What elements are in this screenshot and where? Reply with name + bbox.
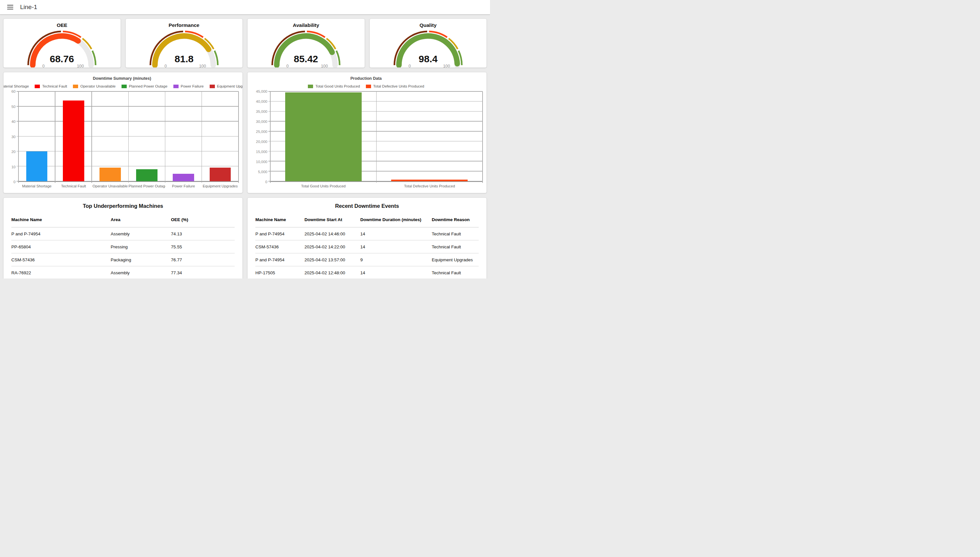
gauge-max-label: 100 bbox=[443, 64, 450, 68]
gauge-chart: 81.80100 bbox=[126, 29, 243, 68]
y-tick-label: 35,000 bbox=[256, 109, 267, 114]
table-header-row: Machine NameDowntime Start AtDowntime Du… bbox=[255, 212, 479, 227]
gauge-value: 85.42 bbox=[294, 54, 318, 64]
legend-item-power-failure[interactable]: Power Failure bbox=[173, 84, 204, 88]
bar-total-good-units-produced[interactable] bbox=[285, 93, 362, 181]
table-row: HP-175052025-04-02 12:48:0014Technical F… bbox=[255, 266, 479, 278]
table-cell: CSM-57436 bbox=[255, 240, 305, 253]
legend-label: Power Failure bbox=[181, 84, 204, 88]
table-card-recent-downtime-events: Recent Downtime Events Machine NameDownt… bbox=[247, 197, 487, 278]
table-row: P and P-74954Assembly74.13 bbox=[11, 227, 235, 240]
column-header-downtime-start-at: Downtime Start At bbox=[305, 212, 360, 227]
legend-label: Material Shortage bbox=[3, 84, 29, 88]
bar-chart: 05,00010,00015,00020,00025,00030,00035,0… bbox=[250, 91, 483, 182]
table-cell: P and P-74954 bbox=[11, 227, 111, 240]
chart-legend: Material ShortageTechnical FaultOperator… bbox=[5, 84, 239, 88]
table-cell: 14 bbox=[360, 240, 432, 253]
legend-item-total-good-units-produced[interactable]: Total Good Units Produced bbox=[308, 84, 360, 88]
gauge-chart: 85.420100 bbox=[248, 29, 364, 68]
bar-technical-fault[interactable] bbox=[63, 101, 84, 181]
underperforming-machines-table: Machine NameAreaOEE (%)P and P-74954Asse… bbox=[11, 212, 235, 278]
table-cell: PP-65804 bbox=[11, 240, 111, 253]
gridline bbox=[18, 91, 19, 183]
gauge-card-oee: OEE 68.760100 bbox=[3, 18, 121, 68]
gridline bbox=[16, 106, 239, 107]
gauge-min-label: 0 bbox=[164, 64, 167, 68]
y-tick-label: 15,000 bbox=[256, 150, 267, 154]
chart-title: Production Data bbox=[250, 76, 483, 81]
chart-title: Downtime Summary (minutes) bbox=[5, 76, 239, 81]
table-cell: Technical Fault bbox=[432, 240, 479, 253]
table-cell: 14 bbox=[360, 227, 432, 240]
column-header-oee: OEE (%) bbox=[171, 212, 235, 227]
bar-equipment-upgrades[interactable] bbox=[210, 168, 231, 181]
table-cell: 9 bbox=[360, 253, 432, 266]
gauge-min-label: 0 bbox=[408, 64, 411, 68]
gridline bbox=[238, 91, 239, 183]
legend-item-operator-unavailable[interactable]: Operator Unavailable bbox=[73, 84, 116, 88]
table-cell: Technical Fault bbox=[432, 266, 479, 278]
table-card-top-underperforming-machines: Top Underperforming Machines Machine Nam… bbox=[3, 197, 243, 278]
y-tick-label: 0 bbox=[265, 180, 267, 184]
legend-label: Technical Fault bbox=[42, 84, 67, 88]
gridline bbox=[16, 136, 239, 137]
gauge-title: Availability bbox=[248, 22, 364, 28]
legend-label: Total Good Units Produced bbox=[315, 84, 360, 88]
x-axis-label: Total Good Units Produced bbox=[270, 184, 377, 190]
legend-label: Planned Power Outage bbox=[129, 84, 167, 88]
table-cell: Assembly bbox=[111, 266, 171, 278]
legend-label: Equipment Upgrades bbox=[217, 84, 243, 88]
y-tick-label: 25,000 bbox=[256, 130, 267, 134]
gauge-title: Performance bbox=[126, 22, 243, 28]
legend-item-total-defective-units-produced[interactable]: Total Defective Units Produced bbox=[366, 84, 424, 88]
legend-swatch-icon bbox=[35, 85, 40, 88]
bar-material-shortage[interactable] bbox=[26, 151, 48, 181]
legend-item-material-shortage[interactable]: Material Shortage bbox=[3, 84, 29, 88]
y-axis: 0102030405060 bbox=[5, 91, 18, 182]
y-tick-label: 40,000 bbox=[256, 99, 267, 103]
chart-card-production-data: Production Data Total Good Units Produce… bbox=[247, 72, 487, 193]
chart-row: Downtime Summary (minutes) Material Shor… bbox=[3, 72, 487, 193]
table-cell: P and P-74954 bbox=[255, 227, 305, 240]
column-header-machine-name: Machine Name bbox=[11, 212, 111, 227]
table-cell: Assembly bbox=[111, 227, 171, 240]
gridline bbox=[202, 91, 202, 183]
x-axis-labels: Total Good Units ProducedTotal Defective… bbox=[270, 182, 483, 190]
legend-swatch-icon bbox=[173, 85, 179, 88]
menu-button[interactable] bbox=[5, 2, 16, 13]
legend-item-technical-fault[interactable]: Technical Fault bbox=[35, 84, 67, 88]
legend-swatch-icon bbox=[366, 85, 371, 88]
bar-planned-power-outage[interactable] bbox=[136, 169, 158, 181]
x-axis-label: Technical Fault bbox=[55, 184, 92, 190]
gauge-card-performance: Performance 81.80100 bbox=[125, 18, 243, 68]
bar-power-failure[interactable] bbox=[173, 174, 194, 181]
table-cell: 2025-04-02 12:48:00 bbox=[305, 266, 360, 278]
legend-item-equipment-upgrades[interactable]: Equipment Upgrades bbox=[210, 84, 243, 88]
x-axis-label: Material Shortage bbox=[18, 184, 55, 190]
chart-legend: Total Good Units ProducedTotal Defective… bbox=[250, 84, 483, 88]
bar-operator-unavailable[interactable] bbox=[99, 168, 121, 181]
gauge-value: 81.8 bbox=[175, 54, 193, 64]
y-tick-label: 50 bbox=[11, 105, 16, 109]
legend-swatch-icon bbox=[73, 85, 78, 88]
hamburger-icon bbox=[7, 5, 13, 6]
table-title: Top Underperforming Machines bbox=[11, 203, 235, 209]
y-tick-label: 30 bbox=[11, 135, 16, 139]
table-cell: Equipment Upgrades bbox=[432, 253, 479, 266]
hamburger-icon bbox=[7, 9, 13, 10]
x-axis-label: Power Failure bbox=[165, 184, 202, 190]
gauge-title: OEE bbox=[3, 22, 120, 28]
x-axis-label: Operator Unavailable bbox=[92, 184, 128, 190]
legend-label: Total Defective Units Produced bbox=[373, 84, 424, 88]
table-cell: 2025-04-02 14:22:00 bbox=[305, 240, 360, 253]
gridline bbox=[482, 91, 483, 183]
recent-downtime-events-table: Machine NameDowntime Start AtDowntime Du… bbox=[255, 212, 479, 278]
legend-item-planned-power-outage[interactable]: Planned Power Outage bbox=[122, 84, 167, 88]
bar-total-defective-units-produced[interactable] bbox=[391, 180, 468, 181]
page-title: Line-1 bbox=[20, 3, 37, 11]
legend-swatch-icon bbox=[308, 85, 313, 88]
table-row: RA-76922Assembly77.34 bbox=[11, 266, 235, 278]
gauge-card-quality: Quality 98.40100 bbox=[369, 18, 487, 68]
gauge-min-label: 0 bbox=[286, 64, 289, 68]
chart-card-downtime-summary: Downtime Summary (minutes) Material Shor… bbox=[3, 72, 243, 193]
